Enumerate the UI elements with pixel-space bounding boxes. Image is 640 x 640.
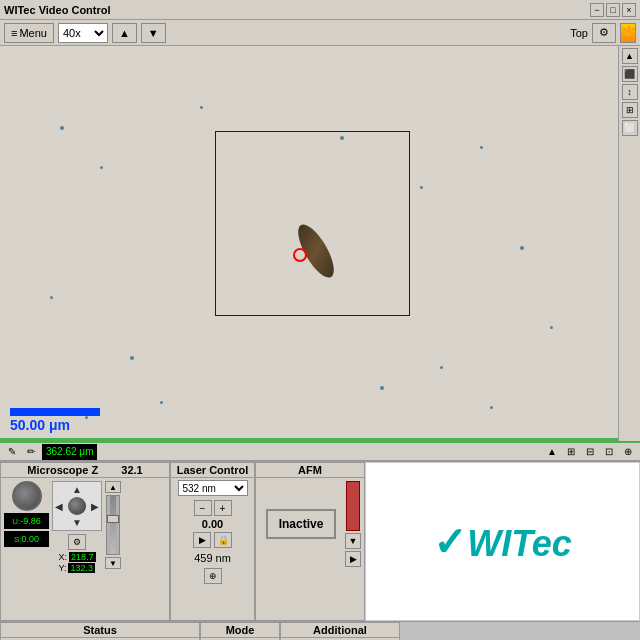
z-slider-thumb (107, 515, 119, 523)
top-label: Top (570, 27, 588, 39)
joystick-left: ◀ (55, 501, 63, 512)
mz-value-box: U: -9.86 (4, 513, 49, 529)
wavelength2-value: 459 nm (194, 552, 231, 564)
dot-0 (60, 126, 64, 130)
grid-icon[interactable]: ⊞ (563, 444, 579, 460)
laser-extra-icon[interactable]: ⊕ (204, 568, 222, 584)
layers-icon[interactable]: ⊟ (582, 444, 598, 460)
lc-controls: − + (171, 498, 254, 518)
laser-minus-button[interactable]: − (194, 500, 212, 516)
target-icon[interactable]: ⊕ (620, 444, 636, 460)
inactive-button[interactable]: Inactive (266, 509, 336, 539)
laser-lock-icon[interactable]: 🔒 (214, 532, 232, 548)
sidebar-icon-5[interactable]: ⬜ (622, 120, 638, 136)
dot-6 (520, 246, 524, 250)
triangle-icon[interactable]: ▲ (544, 444, 560, 460)
selection-rectangle[interactable] (215, 131, 410, 316)
pencil-icon[interactable]: ✎ (4, 444, 20, 460)
x-label: X: (58, 552, 67, 562)
down-arrow-button[interactable]: ▼ (141, 23, 166, 43)
status-panel-title: Status (1, 623, 199, 638)
maximize-button[interactable]: □ (606, 3, 620, 17)
afm-btn-2[interactable]: ▶ (345, 551, 361, 567)
control-panels: Microscope Z 32.1 U: -9.86 S: 0.00 ▲ ▼ (0, 461, 640, 621)
right-sidebar: ▲ ⬛ ↕ ⊞ ⬜ (618, 46, 640, 441)
y-value: 132.3 (68, 563, 95, 573)
green-line (0, 438, 618, 441)
mz-content: U: -9.86 S: 0.00 ▲ ▼ ◀ ▶ ⚙ (1, 478, 169, 577)
close-button[interactable]: × (622, 3, 636, 17)
toolbar-right: Top ⚙ 🔆 (570, 23, 636, 43)
camera-view[interactable]: 50.00 μm (0, 46, 618, 441)
bottom-toolbar: ✎ ✏ 362.62 μm ▲ ⊞ ⊟ ⊡ ⊕ (0, 441, 640, 461)
gear-button[interactable]: ⚙ (592, 23, 616, 43)
mz-value-display: 32.1 (121, 464, 142, 476)
dot-7 (550, 326, 553, 329)
mz-circle (12, 481, 42, 511)
bottom-toolbar-right: ▲ ⊞ ⊟ ⊡ ⊕ (544, 444, 636, 460)
s-value-box: S: 0.00 (4, 531, 49, 547)
dot-12 (160, 401, 163, 404)
laser-icon-1[interactable]: ▶ (193, 532, 211, 548)
laser-control-panel: Laser Control 532 nm 405 nm 633 nm 785 n… (170, 462, 255, 621)
dot-10 (440, 366, 443, 369)
afm-left: Inactive (259, 481, 343, 567)
magnification-select[interactable]: 40x 10x 20x 60x 100x (58, 23, 108, 43)
title-bar: WITec Video Control − □ × (0, 0, 640, 20)
window-title: WITec Video Control (4, 4, 111, 16)
expand-icon[interactable]: ⊡ (601, 444, 617, 460)
status-panel: Status X-Sensor [μm] 0.00 Y-Sensor [μm] … (0, 622, 200, 640)
joystick-ball (68, 497, 86, 515)
red-marker (293, 248, 307, 262)
s-label: S: (14, 535, 22, 544)
additional-spacer (400, 622, 640, 640)
menu-button[interactable]: ≡ Menu (4, 23, 54, 43)
sidebar-icon-3[interactable]: ↕ (622, 84, 638, 100)
sidebar-icon-2[interactable]: ⬛ (622, 66, 638, 82)
afm-btn-1[interactable]: ▼ (345, 533, 361, 549)
dot-3 (340, 136, 344, 140)
scale-bar: 50.00 μm (10, 408, 100, 433)
up-arrow-button[interactable]: ▲ (112, 23, 137, 43)
joystick-settings[interactable]: ⚙ (68, 534, 86, 550)
afm-level-indicator (346, 481, 360, 531)
mode-panel: Mode Video Mode 📷 〰 (200, 622, 280, 640)
wavelength-select[interactable]: 532 nm 405 nm 633 nm 785 nm (178, 480, 248, 496)
x-value: 218.7 (69, 552, 96, 562)
laser-plus-button[interactable]: + (214, 500, 232, 516)
mode-panel-title: Mode (201, 623, 279, 638)
scale-bar-text: 50.00 μm (10, 417, 70, 433)
sidebar-icon-4[interactable]: ⊞ (622, 102, 638, 118)
dot-2 (200, 106, 203, 109)
hamburger-icon: ≡ (11, 27, 17, 39)
z-up-button[interactable]: ▲ (105, 481, 121, 493)
settings-icon[interactable]: ⚙ (68, 534, 86, 550)
main-area: 50.00 μm ▲ ⬛ ↕ ⊞ ⬜ (0, 46, 640, 441)
brush-icon[interactable]: ✏ (23, 444, 39, 460)
u-val: -9.86 (20, 516, 41, 526)
sidebar-icon-1[interactable]: ▲ (622, 48, 638, 64)
joystick[interactable]: ▲ ▼ ◀ ▶ (52, 481, 102, 531)
witec-logo-panel: ✓WITec (365, 462, 640, 621)
microscope-z-title: Microscope Z 32.1 (1, 463, 169, 478)
status-panels: Status X-Sensor [μm] 0.00 Y-Sensor [μm] … (0, 621, 640, 640)
indicator-light: 🔆 (620, 23, 636, 43)
coord-readout: 362.62 μm (42, 444, 97, 460)
y-coord-row: Y: 132.3 (58, 563, 95, 573)
lc-extra-icons: ⊕ (171, 566, 254, 586)
dot-1 (100, 166, 103, 169)
scale-bar-line (10, 408, 100, 416)
dot-4 (420, 186, 423, 189)
additional-panel-title: Additional (281, 623, 399, 638)
u-label: U: (12, 517, 20, 526)
minimize-button[interactable]: − (590, 3, 604, 17)
witec-logo: ✓WITec (433, 519, 572, 565)
lc-icons: ▶ 🔒 (171, 530, 254, 550)
z-down-button[interactable]: ▼ (105, 557, 121, 569)
camera-background: 50.00 μm (0, 46, 618, 441)
z-slider[interactable] (106, 495, 120, 555)
lc-wavelength2: 459 nm (171, 550, 254, 566)
lc-wavelength: 532 nm 405 nm 633 nm 785 nm (171, 478, 254, 498)
microscope-z-panel: Microscope Z 32.1 U: -9.86 S: 0.00 ▲ ▼ (0, 462, 170, 621)
dot-11 (380, 386, 384, 390)
